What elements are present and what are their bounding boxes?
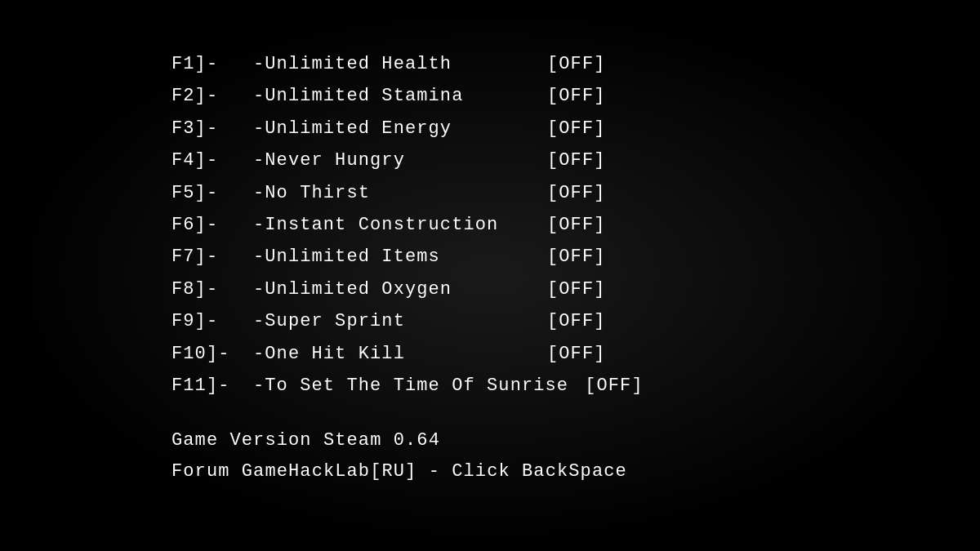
footer: Game Version Steam 0.64 Forum GameHackLa…: [172, 425, 644, 487]
cheat-status: [OFF]: [531, 178, 606, 208]
cheat-description: -Unlimited Items: [237, 242, 531, 272]
cheat-description: -Instant Construction: [237, 210, 531, 240]
cheat-item: F8]--Unlimited Oxygen[OFF]: [172, 274, 644, 304]
cheat-key: F2]-: [172, 81, 237, 111]
cheat-status: [OFF]: [531, 145, 606, 176]
cheat-key: F6]-: [172, 210, 237, 240]
footer-line1: Game Version Steam 0.64: [172, 425, 644, 455]
footer-line2: Forum GameHackLab[RU] - Click BackSpace: [172, 456, 644, 487]
cheat-description: -Never Hungry: [237, 145, 531, 176]
cheat-item: F5]--No Thirst[OFF]: [172, 178, 644, 208]
cheat-description: -Unlimited Oxygen: [237, 274, 531, 304]
cheat-description: -Unlimited Energy: [237, 113, 531, 144]
cheat-item: F3]--Unlimited Energy[OFF]: [172, 113, 644, 144]
cheat-key: F9]-: [172, 306, 237, 336]
cheat-status: [OFF]: [531, 339, 606, 369]
cheat-status: [OFF]: [531, 49, 606, 79]
cheat-item: F9]--Super Sprint[OFF]: [172, 306, 644, 336]
cheat-description: -Unlimited Stamina: [237, 81, 531, 111]
cheat-item: F4]--Never Hungry[OFF]: [172, 145, 644, 176]
cheat-description: -One Hit Kill: [237, 339, 531, 369]
cheat-list: F1]--Unlimited Health[OFF]F2]--Unlimited…: [172, 49, 644, 401]
screen: F1]--Unlimited Health[OFF]F2]--Unlimited…: [0, 0, 980, 551]
cheat-status: [OFF]: [531, 81, 606, 111]
cheat-description: -To Set The Time Of Sunrise: [237, 371, 568, 401]
cheat-key: F8]-: [172, 274, 237, 304]
cheat-status: [OFF]: [531, 306, 606, 336]
cheat-description: -Unlimited Health: [237, 49, 531, 79]
cheat-menu: F1]--Unlimited Health[OFF]F2]--Unlimited…: [106, 16, 709, 519]
cheat-key: F3]-: [172, 113, 237, 144]
cheat-item: F11]--To Set The Time Of Sunrise[OFF]: [172, 371, 644, 401]
cheat-status: [OFF]: [531, 210, 606, 240]
cheat-status: [OFF]: [531, 113, 606, 144]
cheat-key: F5]-: [172, 178, 237, 208]
cheat-status: [OFF]: [531, 274, 606, 304]
cheat-key: F11]-: [172, 371, 237, 401]
cheat-description: -Super Sprint: [237, 306, 531, 336]
cheat-item: F2]--Unlimited Stamina[OFF]: [172, 81, 644, 111]
cheat-item: F6]--Instant Construction[OFF]: [172, 210, 644, 240]
cheat-status: [OFF]: [568, 371, 644, 401]
cheat-item: F7]--Unlimited Items[OFF]: [172, 242, 644, 272]
cheat-item: F10]--One Hit Kill[OFF]: [172, 339, 644, 369]
cheat-key: F10]-: [172, 339, 237, 369]
cheat-status: [OFF]: [531, 242, 606, 272]
cheat-description: -No Thirst: [237, 178, 531, 208]
cheat-key: F1]-: [172, 49, 237, 79]
cheat-item: F1]--Unlimited Health[OFF]: [172, 49, 644, 79]
cheat-key: F7]-: [172, 242, 237, 272]
cheat-key: F4]-: [172, 145, 237, 176]
